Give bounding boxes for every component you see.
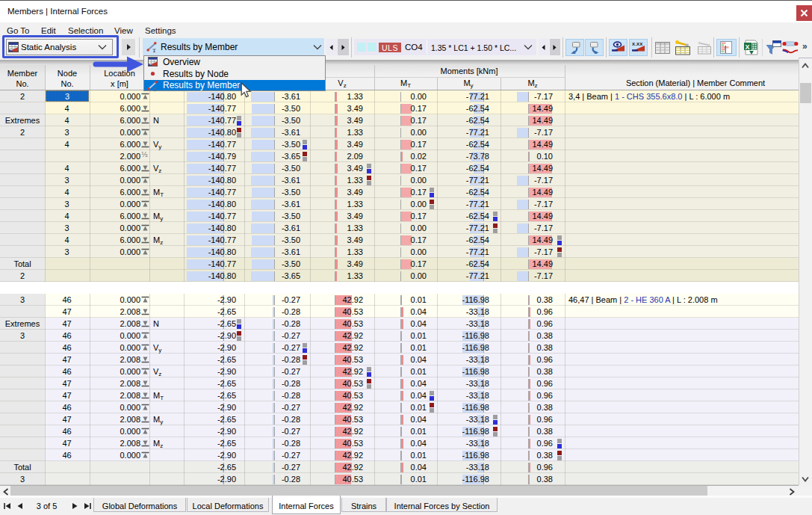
svg-text:X: X xyxy=(746,43,750,51)
svg-text:X.XX: X.XX xyxy=(632,42,642,46)
